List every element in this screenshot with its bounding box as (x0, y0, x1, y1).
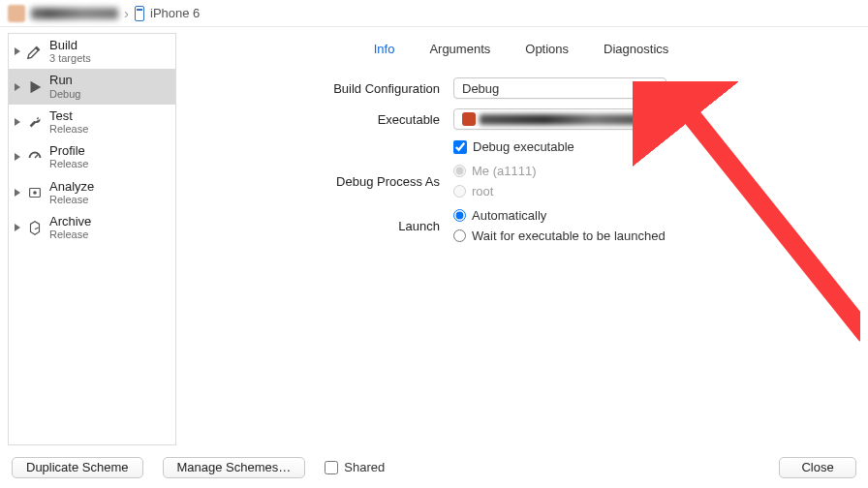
executable-name-blurred (480, 114, 642, 125)
sidebar-item-sublabel: Release (49, 194, 94, 205)
debug-executable-label: Debug executable (473, 139, 574, 154)
sidebar-item-label: Archive (49, 215, 91, 229)
scheme-name-blurred (31, 8, 118, 19)
breadcrumb-device[interactable]: iPhone 6 (150, 6, 200, 20)
sidebar-item-label: Run (49, 74, 80, 87)
debug-process-root-label: root (472, 184, 493, 198)
disclosure-triangle-icon[interactable] (15, 189, 20, 197)
app-icon (462, 112, 476, 126)
tab-diagnostics[interactable]: Diagnostics (604, 42, 668, 56)
launch-wait-radio[interactable]: Wait for executable to be launched (453, 229, 666, 243)
scheme-tabs: Info Arguments Options Diagnostics (182, 33, 860, 64)
archive-icon (26, 219, 44, 236)
disclosure-triangle-icon[interactable] (15, 47, 20, 55)
shared-checkbox[interactable]: Shared (325, 460, 385, 474)
sidebar-item-label: Build (49, 39, 91, 52)
disclosure-triangle-icon[interactable] (15, 224, 20, 231)
gauge-icon (26, 148, 44, 166)
sidebar-item-sublabel: 3 targets (49, 52, 91, 64)
debug-process-label: Debug Process As (202, 174, 453, 189)
play-icon (26, 78, 44, 96)
sidebar-item-sublabel: Debug (49, 88, 80, 100)
sidebar-item-test[interactable]: Test Release (9, 105, 175, 139)
shared-input[interactable] (325, 461, 338, 474)
tab-info[interactable]: Info (374, 42, 395, 56)
breadcrumb: › iPhone 6 (0, 0, 868, 27)
sidebar-item-analyze[interactable]: Analyze Release (9, 175, 175, 210)
sheet-footer: Duplicate Scheme Manage Schemes… Shared … (0, 445, 868, 488)
disclosure-triangle-icon[interactable] (15, 118, 20, 126)
breadcrumb-separator-icon: › (124, 6, 129, 20)
debug-executable-checkbox[interactable]: Debug executable (453, 139, 574, 154)
tab-options[interactable]: Options (525, 42, 569, 56)
duplicate-scheme-button[interactable]: Duplicate Scheme (12, 457, 143, 478)
scheme-icon (8, 5, 25, 22)
debug-process-root-radio: root (453, 184, 536, 198)
debug-process-root-input (453, 185, 466, 198)
sidebar-item-archive[interactable]: Archive Release (9, 210, 175, 245)
scheme-details-pane: Info Arguments Options Diagnostics Build… (182, 33, 860, 445)
manage-schemes-button[interactable]: Manage Schemes… (163, 457, 306, 478)
hammer-icon (26, 43, 44, 60)
disclosure-triangle-icon[interactable] (15, 153, 20, 161)
build-config-select[interactable]: Debug (453, 77, 666, 99)
sidebar-item-profile[interactable]: Profile Release (9, 139, 175, 174)
tab-arguments[interactable]: Arguments (429, 42, 490, 56)
launch-auto-radio[interactable]: Automatically (453, 208, 666, 223)
debug-process-me-radio: Me (a1111) (453, 164, 536, 178)
executable-label: Executable (202, 112, 453, 127)
sidebar-item-sublabel: Release (49, 158, 88, 169)
debug-process-me-input (453, 165, 466, 177)
sidebar-item-label: Test (49, 109, 88, 123)
launch-label: Launch (202, 219, 453, 233)
launch-wait-input[interactable] (453, 229, 466, 242)
popup-arrows-icon (648, 111, 660, 127)
debug-process-me-label: Me (a1111) (472, 164, 536, 178)
popup-arrows-icon (648, 80, 660, 96)
close-button[interactable]: Close (779, 457, 856, 478)
launch-wait-label: Wait for executable to be launched (472, 229, 666, 243)
sidebar-item-run[interactable]: Run Debug (9, 69, 175, 104)
sidebar-item-label: Profile (49, 144, 88, 158)
svg-point-1 (33, 191, 37, 195)
launch-auto-label: Automatically (472, 208, 546, 223)
executable-select[interactable] (453, 108, 666, 130)
build-config-label: Build Configuration (202, 81, 453, 96)
sidebar-item-label: Analyze (49, 180, 94, 194)
wrench-icon (26, 113, 44, 131)
scheme-phase-sidebar: Build 3 targets Run Debug Test Release (8, 33, 176, 445)
launch-auto-input[interactable] (453, 209, 466, 222)
shared-label: Shared (344, 460, 385, 474)
build-config-value: Debug (462, 81, 499, 96)
debug-executable-input[interactable] (453, 140, 467, 154)
disclosure-triangle-icon[interactable] (15, 83, 20, 91)
sidebar-item-sublabel: Release (49, 123, 88, 135)
sidebar-item-build[interactable]: Build 3 targets (9, 34, 175, 69)
analyze-icon (26, 184, 44, 201)
device-icon (135, 6, 144, 21)
sidebar-item-sublabel: Release (49, 229, 91, 240)
